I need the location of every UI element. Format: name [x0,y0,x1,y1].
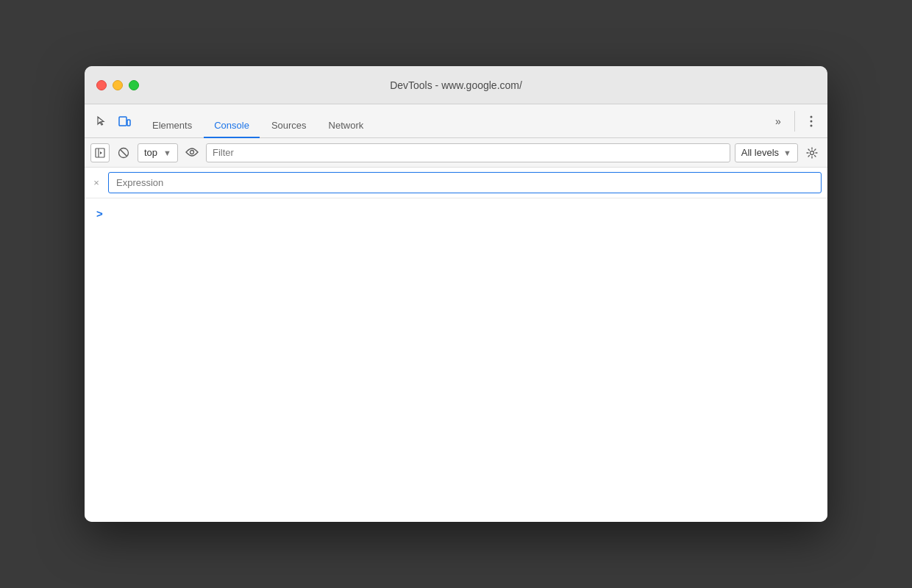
tab-bar-left-icons [90,111,135,137]
svg-marker-7 [100,151,102,154]
svg-rect-0 [119,117,127,126]
inspect-icon[interactable] [90,111,111,132]
device-mode-icon[interactable] [114,111,135,132]
eye-icon[interactable] [182,146,202,159]
tab-bar: Elements Console Sources Network » [85,104,827,138]
svg-point-10 [190,150,193,154]
console-area: × > [85,168,827,522]
show-console-sidebar-button[interactable] [90,143,110,162]
console-output: > [85,198,827,522]
svg-point-3 [811,121,813,123]
close-expression-button[interactable]: × [90,177,102,188]
tab-network[interactable]: Network [318,114,374,138]
svg-point-4 [811,125,813,127]
log-levels-selector[interactable]: All levels ▼ [735,143,798,162]
tab-sources[interactable]: Sources [261,114,317,138]
svg-point-11 [811,151,814,154]
filter-input[interactable] [206,143,730,162]
tab-bar-right: » [768,111,822,137]
devtools-window: DevTools - www.google.com/ Elements Cons… [85,66,827,522]
close-button[interactable] [96,80,107,90]
console-toolbar: top ▼ All levels ▼ [85,138,827,168]
live-expression-row: × [85,168,827,198]
devtools-menu-button[interactable] [801,111,822,132]
context-selector[interactable]: top ▼ [138,143,178,162]
console-prompt-row: > [90,204,822,223]
maximize-button[interactable] [129,80,139,90]
console-settings-button[interactable] [802,143,822,162]
window-title: DevTools - www.google.com/ [390,79,522,91]
tab-console[interactable]: Console [204,114,260,138]
separator [794,111,795,132]
tab-elements[interactable]: Elements [142,114,202,138]
more-tabs-button[interactable]: » [768,111,788,132]
svg-rect-1 [127,120,130,126]
title-bar: DevTools - www.google.com/ [85,66,827,104]
minimize-button[interactable] [113,80,123,90]
svg-point-2 [811,116,813,118]
expression-input[interactable] [108,172,822,193]
prompt-chevron-icon: > [96,207,103,220]
clear-console-button[interactable] [114,143,133,162]
traffic-lights [96,80,139,90]
svg-line-9 [121,149,127,156]
